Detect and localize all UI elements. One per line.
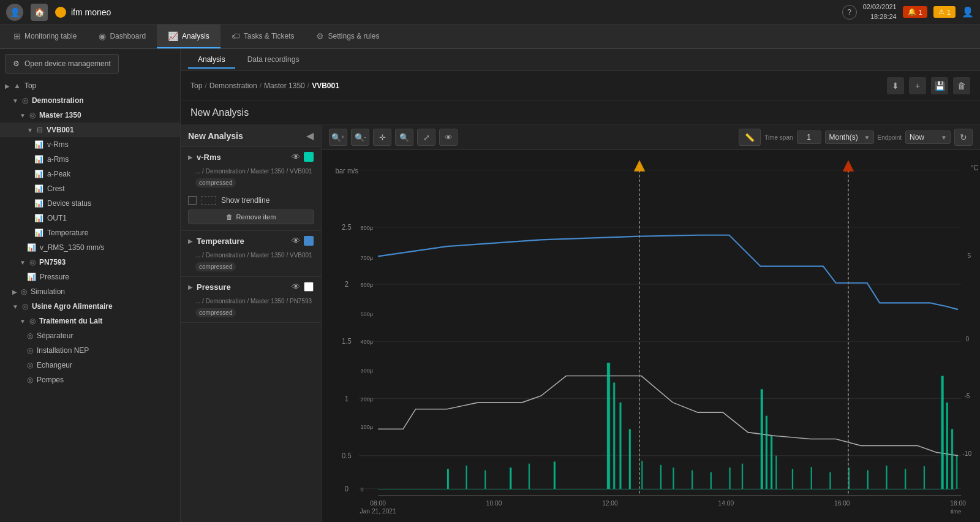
help-icon[interactable]: ?	[842, 5, 857, 20]
tab-settings[interactable]: ⚙ Settings & rules	[305, 25, 390, 48]
endpoint-wrapper: Now Custom ▼	[905, 130, 951, 144]
svg-rect-46	[729, 467, 730, 489]
sensor-header-vrms[interactable]: ▶ v-Rms 👁	[181, 147, 321, 167]
tree-item[interactable]: ▼ ◎ Traitement du Lait	[0, 314, 180, 328]
breadcrumb: Top / Demonstration / Master 1350 / VVB0…	[181, 71, 980, 101]
sensor-header-pressure[interactable]: ▶ Pressure 👁	[181, 277, 321, 297]
endpoint-group: Endpoint Now Custom ▼	[878, 130, 951, 144]
fit-button[interactable]: ⤢	[417, 129, 435, 146]
tree-item[interactable]: 📊 Temperature	[0, 225, 180, 240]
notifications-bell[interactable]: 🔔 1	[903, 6, 927, 18]
sidebar-item-label: Séparateur	[37, 331, 73, 340]
axis-button[interactable]: 📏	[739, 129, 761, 146]
tree-item[interactable]: ▶ ▲ Top	[0, 78, 180, 93]
breadcrumb-current: VVB001	[312, 81, 339, 90]
svg-text:700μ: 700μ	[360, 254, 373, 261]
sensor-path-vrms: ... / Demonstration / Master 1350 / VVB0…	[181, 167, 321, 177]
tree-item[interactable]: ◎ Installation NEP	[0, 343, 180, 358]
pan-button[interactable]: ✛	[373, 129, 391, 146]
svg-rect-30	[378, 489, 955, 490]
timespan-value-input[interactable]	[797, 130, 821, 144]
panel-collapse-button[interactable]: ◀	[306, 130, 314, 142]
node-icon: ◎	[27, 376, 33, 384]
panel-title: New Analysis	[188, 131, 243, 141]
signal-icon: 📊	[34, 214, 43, 222]
svg-text:-10: -10	[962, 449, 971, 456]
view-button[interactable]: 👁	[439, 129, 458, 146]
tree-item-vvb001[interactable]: ▼ ⊟ VVB001	[0, 123, 180, 137]
svg-rect-40	[629, 429, 631, 489]
save-button[interactable]: 💾	[931, 77, 948, 94]
breadcrumb-demonstration[interactable]: Demonstration	[209, 81, 257, 90]
tab-dashboard[interactable]: ◉ Dashboard	[88, 25, 157, 48]
tree-item[interactable]: ▼ ◎ PN7593	[0, 255, 180, 270]
node-icon: ◎	[29, 317, 36, 325]
open-device-management-button[interactable]: ⚙ Open device management	[5, 54, 119, 74]
tree-item[interactable]: ◎ Séparateur	[0, 328, 180, 343]
remove-item-button[interactable]: 🗑 Remove item	[188, 210, 314, 224]
tree-item[interactable]: ▶ ◎ Simulation	[0, 284, 180, 299]
tree-item[interactable]: ◎ Pompes	[0, 373, 180, 387]
sensor-section-temperature: ▶ Temperature 👁 ... / Demonstration / Ma…	[181, 231, 321, 277]
user-avatar-icon[interactable]: 👤	[6, 4, 23, 21]
zoom-out-button[interactable]: 🔍-	[351, 129, 369, 146]
tree-item[interactable]: 📊 v_RMS_1350 mm/s	[0, 240, 180, 255]
sensor-header-temperature[interactable]: ▶ Temperature 👁	[181, 231, 321, 251]
tree-item[interactable]: 📊 Device status	[0, 196, 180, 211]
delete-button[interactable]: 🗑	[953, 77, 970, 94]
subtab-data-recordings[interactable]: Data recordings	[238, 51, 309, 69]
arrow-icon: ▼	[27, 127, 33, 134]
tree-item[interactable]: ▼ ◎ Demonstration	[0, 93, 180, 108]
profile-icon[interactable]: 👤	[962, 6, 974, 18]
trendline-row: Show trendline	[188, 196, 314, 205]
warnings-badge[interactable]: ⚠ 1	[933, 6, 956, 18]
tree-item[interactable]: ▼ ◎ Usine Agro Alimentaire	[0, 299, 180, 314]
eye-icon-temperature[interactable]: 👁	[292, 236, 300, 246]
separator: /	[307, 81, 309, 90]
tree-item[interactable]: ▼ ◎ Master 1350	[0, 108, 180, 123]
tree-item[interactable]: 📊 a-Peak	[0, 167, 180, 181]
eye-icon-vrms[interactable]: 👁	[292, 152, 300, 162]
svg-rect-43	[673, 467, 674, 489]
tab-analysis[interactable]: 📈 Analysis	[157, 25, 221, 48]
analysis-icon: 📈	[168, 31, 178, 41]
svg-rect-58	[905, 469, 906, 489]
tree-item[interactable]: 📊 v-Rms	[0, 137, 180, 152]
panel-header: New Analysis ◀	[181, 125, 321, 147]
analysis-section-title: New Analysis	[181, 101, 980, 125]
svg-rect-39	[619, 403, 621, 489]
tree-item[interactable]: 📊 OUT1	[0, 211, 180, 225]
zoom-in-button[interactable]: 🔍+	[329, 129, 347, 146]
eye-icon-pressure[interactable]: 👁	[292, 282, 300, 292]
datetime-display: 02/02/2021 18:28:24	[863, 2, 897, 21]
sidebar-item-label: Pressure	[40, 273, 69, 281]
breadcrumb-top[interactable]: Top	[190, 81, 202, 90]
timespan-unit-select[interactable]: Day(s) Week(s) Month(s) Year(s)	[825, 130, 874, 144]
trendline-checkbox[interactable]	[188, 196, 197, 205]
tasks-icon: 🏷	[232, 31, 240, 41]
tree-item[interactable]: ◎ Echangeur	[0, 358, 180, 373]
sensor-path-temperature: ... / Demonstration / Master 1350 / VVB0…	[181, 251, 321, 261]
tree-item[interactable]: 📊 a-Rms	[0, 152, 180, 167]
tree-item[interactable]: 📊 Pressure	[0, 270, 180, 284]
svg-rect-32	[466, 466, 467, 489]
sensor-section-pressure: ▶ Pressure 👁 ... / Demonstration / Maste…	[181, 277, 321, 323]
endpoint-select[interactable]: Now Custom	[905, 130, 951, 144]
breadcrumb-master[interactable]: Master 1350	[264, 81, 305, 90]
add-button[interactable]: +	[909, 77, 926, 94]
download-button[interactable]: ⬇	[887, 77, 904, 94]
svg-rect-42	[660, 465, 662, 489]
tab-monitoring[interactable]: ⊞ Monitoring table	[2, 25, 88, 48]
tree-item[interactable]: 📊 Crest	[0, 181, 180, 196]
refresh-button[interactable]: ↻	[954, 129, 973, 146]
svg-rect-0	[322, 150, 980, 522]
home-icon[interactable]: 🏠	[31, 4, 48, 21]
subtab-analysis[interactable]: Analysis	[188, 51, 235, 69]
brand: ifm moneo	[55, 7, 111, 18]
tab-tasks[interactable]: 🏷 Tasks & Tickets	[221, 25, 306, 48]
svg-text:200μ: 200μ	[360, 395, 373, 402]
find-button[interactable]: 🔍	[395, 129, 413, 146]
svg-rect-59	[924, 466, 925, 489]
analysis-body: New Analysis ◀ ▶ v-Rms 👁 ... / Demonstra…	[181, 125, 980, 522]
node-icon: ◎	[27, 331, 33, 340]
